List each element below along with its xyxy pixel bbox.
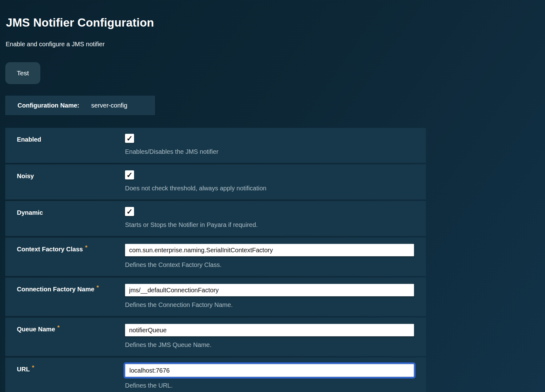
configuration-name-label: Configuration Name: bbox=[18, 102, 79, 109]
connection-factory-name-label: Connection Factory Name bbox=[17, 286, 94, 293]
url-input[interactable] bbox=[125, 364, 414, 377]
page-title: JMS Notifier Configuration bbox=[6, 16, 545, 29]
noisy-help-text: Does not check threshold, always apply n… bbox=[125, 185, 414, 192]
configuration-name-value: server-config bbox=[91, 102, 128, 109]
noisy-checkbox[interactable]: ✓ bbox=[125, 170, 134, 179]
required-asterisk: * bbox=[57, 324, 59, 331]
connection-factory-name-input[interactable] bbox=[125, 284, 414, 296]
form-row-queue-name: Queue Name* Defines the JMS Queue Name. bbox=[5, 318, 426, 356]
required-asterisk: * bbox=[97, 284, 99, 291]
context-factory-class-input[interactable] bbox=[125, 244, 414, 256]
form-row-dynamic: Dynamic ✓ Starts or Stops the Notifier i… bbox=[5, 201, 426, 236]
form-row-noisy: Noisy ✓ Does not check threshold, always… bbox=[5, 164, 426, 199]
dynamic-checkbox[interactable]: ✓ bbox=[125, 207, 134, 216]
noisy-label: Noisy bbox=[17, 164, 125, 199]
dynamic-label: Dynamic bbox=[17, 201, 125, 236]
required-asterisk: * bbox=[85, 244, 87, 251]
dynamic-help-text: Starts or Stops the Notifier in Payara i… bbox=[125, 221, 414, 229]
queue-name-label: Queue Name bbox=[17, 326, 55, 333]
enabled-label: Enabled bbox=[17, 128, 125, 163]
context-factory-class-help-text: Defines the Context Factory Class. bbox=[125, 261, 414, 269]
context-factory-class-label: Context Factory Class bbox=[17, 246, 83, 253]
configuration-name-bar: Configuration Name: server-config bbox=[5, 96, 155, 115]
queue-name-help-text: Defines the JMS Queue Name. bbox=[125, 341, 414, 349]
form-row-url: URL* Defines the URL. bbox=[5, 358, 426, 392]
page-subtitle: Enable and configure a JMS notifier bbox=[6, 41, 545, 48]
form-row-context-factory-class: Context Factory Class* Defines the Conte… bbox=[5, 238, 426, 276]
enabled-checkbox[interactable]: ✓ bbox=[125, 134, 134, 143]
form-row-connection-factory-name: Connection Factory Name* Defines the Con… bbox=[5, 278, 426, 316]
notifier-settings-form: Enabled ✓ Enables/Disables the JMS notif… bbox=[5, 128, 426, 392]
checkmark-icon: ✓ bbox=[126, 171, 132, 179]
queue-name-input[interactable] bbox=[125, 324, 414, 336]
url-label: URL bbox=[17, 366, 30, 373]
checkmark-icon: ✓ bbox=[126, 135, 132, 142]
enabled-help-text: Enables/Disables the JMS notifier bbox=[125, 148, 414, 155]
jms-notifier-configuration-page: JMS Notifier Configuration Enable and co… bbox=[0, 0, 545, 392]
checkmark-icon: ✓ bbox=[126, 208, 132, 215]
form-row-enabled: Enabled ✓ Enables/Disables the JMS notif… bbox=[5, 128, 426, 163]
required-asterisk: * bbox=[32, 364, 34, 371]
url-help-text: Defines the URL. bbox=[125, 382, 414, 389]
connection-factory-name-help-text: Defines the Connection Factory Name. bbox=[125, 301, 414, 309]
test-button[interactable]: Test bbox=[5, 62, 40, 84]
